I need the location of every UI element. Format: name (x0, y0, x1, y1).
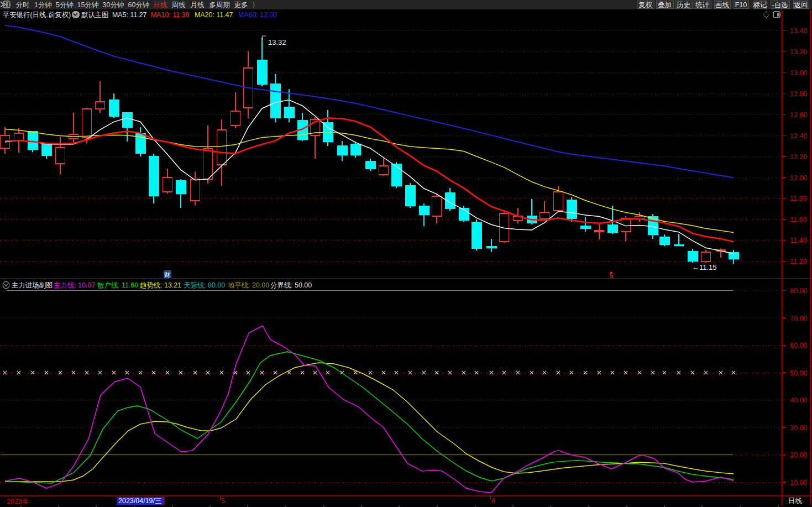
svg-text:5分钟: 5分钟 (56, 1, 74, 9)
svg-text:月线: 月线 (191, 1, 205, 9)
svg-text:13.40: 13.40 (790, 27, 807, 35)
svg-text:标记: 标记 (753, 1, 767, 9)
svg-text:统计: 统计 (695, 1, 710, 9)
svg-text:MA60: 12.00: MA60: 12.00 (238, 11, 277, 19)
svg-text:主力线: 10.07: 主力线: 10.07 (54, 281, 95, 289)
svg-text:趋势线: 13.21: 趋势线: 13.21 (140, 281, 181, 289)
svg-text:11.20: 11.20 (790, 258, 806, 265)
svg-text:15分钟: 15分钟 (77, 1, 99, 9)
svg-text:主力进场副图: 主力进场副图 (12, 281, 53, 289)
svg-text:11.80: 11.80 (790, 195, 806, 202)
svg-text:12.00: 12.00 (790, 174, 807, 182)
svg-text:11.40: 11.40 (790, 237, 806, 244)
svg-text:日线: 日线 (788, 497, 802, 505)
svg-text:70.00: 70.00 (790, 315, 807, 322)
svg-text:40.00: 40.00 (790, 396, 807, 404)
svg-text:12.40: 12.40 (790, 132, 807, 140)
svg-text:30分钟: 30分钟 (103, 1, 124, 9)
svg-text:30.00: 30.00 (790, 424, 807, 432)
svg-text:默认主图: 默认主图 (81, 11, 109, 19)
svg-text:←11.15: ←11.15 (692, 263, 717, 271)
svg-text:-自选: -自选 (772, 1, 788, 9)
svg-text:5: 5 (221, 497, 225, 505)
svg-text:财: 财 (164, 271, 170, 278)
svg-text:MA20: 11.47: MA20: 11.47 (195, 11, 233, 19)
svg-text:F10: F10 (735, 1, 747, 9)
svg-text:叠加: 叠加 (658, 1, 672, 9)
svg-text:MA5: 11.27: MA5: 11.27 (112, 11, 147, 19)
svg-text:复权: 复权 (638, 1, 653, 9)
svg-text:返回: 返回 (794, 1, 808, 9)
svg-text:20.00: 20.00 (790, 451, 807, 459)
svg-text:12.20: 12.20 (790, 153, 807, 161)
svg-text:分时: 分时 (16, 1, 30, 9)
svg-text:11.60: 11.60 (790, 216, 806, 223)
svg-text:分界线: 50.00: 分界线: 50.00 (270, 281, 312, 289)
svg-text:12.80: 12.80 (790, 90, 807, 98)
svg-text:10.00: 10.00 (790, 479, 807, 487)
svg-text:MA10: 11.39: MA10: 11.39 (151, 11, 189, 19)
svg-text:13.20: 13.20 (790, 48, 807, 56)
svg-text:散户线: 11.60: 散户线: 11.60 (97, 281, 138, 289)
svg-text:2023年: 2023年 (7, 498, 29, 505)
svg-text:画线: 画线 (715, 1, 729, 9)
svg-text:80.00: 80.00 (790, 287, 807, 295)
svg-text:60.00: 60.00 (790, 342, 807, 349)
svg-text:6: 6 (491, 497, 495, 505)
svg-text:更多: 更多 (234, 1, 248, 9)
svg-text:历史: 历史 (677, 1, 691, 9)
svg-text:地平线: 20.00: 地平线: 20.00 (228, 281, 269, 289)
svg-text:天际线: 80.00: 天际线: 80.00 (184, 281, 225, 289)
svg-text:50.00: 50.00 (790, 369, 807, 377)
svg-text:日线: 日线 (154, 1, 167, 9)
svg-text:S: S (610, 273, 614, 279)
svg-text:2023/04/19/三: 2023/04/19/三 (118, 497, 162, 505)
svg-text:周线: 周线 (172, 1, 186, 9)
svg-text:〉: 〉 (252, 1, 259, 9)
svg-text:多周期: 多周期 (209, 1, 230, 9)
svg-text:12.60: 12.60 (790, 111, 807, 119)
svg-text:13.00: 13.00 (790, 69, 807, 77)
svg-text:60分钟: 60分钟 (128, 1, 150, 9)
svg-text:平安银行(日线.前复权): 平安银行(日线.前复权) (3, 11, 71, 19)
svg-text:1分钟: 1分钟 (34, 1, 52, 9)
svg-text:13.32: 13.32 (268, 38, 286, 46)
